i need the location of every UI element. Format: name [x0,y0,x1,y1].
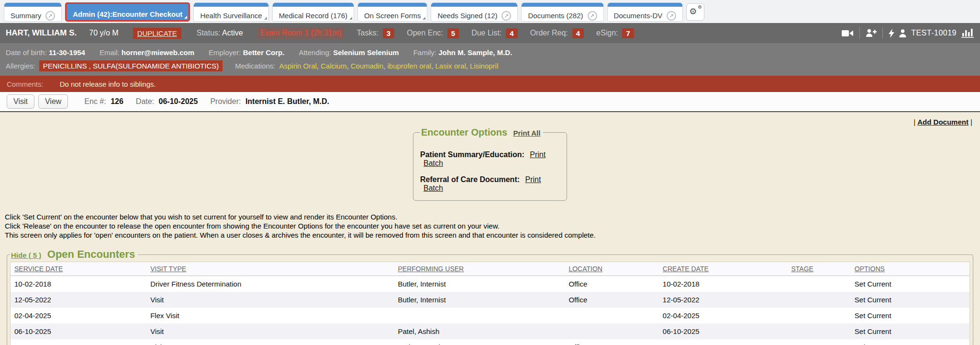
divider [859,27,860,39]
enc-date-label: Date: [136,97,154,105]
divider [882,27,883,39]
set-current-option[interactable]: Set Current [851,323,970,339]
patient-summary-print-link[interactable]: Print [530,150,546,159]
gear-icon: ⚙ [698,5,702,10]
provider-value: Internist E. Butler, M.D. [245,97,329,105]
tab-medical-record[interactable]: Medical Record (176) [272,2,354,22]
order-req-label: Order Req: [530,29,568,37]
set-current-option[interactable]: Set Current [851,276,970,292]
tab-bar: Summary ↗ Admin (42):Encounter Checkout … [0,0,980,23]
open-encounters-panel: Hide ( 5 ) Open Encounters SERVICE DATE … [7,248,973,345]
person-icon[interactable] [899,29,906,37]
family-label: Family: [413,48,436,57]
attending-value: Selenium Selenium [333,48,399,57]
order-req-count-badge[interactable]: 4 [572,28,584,38]
popout-icon[interactable]: ↗ [501,11,511,21]
due-list-counter: Due List: 4 [471,28,517,38]
pipe-separator: | [970,118,972,126]
service-date-cell: 12-05-2022 [11,292,147,308]
performing-user-cell: Butler, Internist [394,276,565,292]
esign-count-badge[interactable]: 7 [622,28,634,38]
col-visit-type[interactable]: VISIT TYPE [146,262,394,276]
referral-of-care-label: Referral of Care Document: [420,175,520,184]
instruction-line: Click 'Set Current' on the encounter bel… [5,212,980,221]
allergies-label: Allergies: [6,62,35,70]
lightning-icon[interactable] [889,29,894,38]
tab-documents-dv-label: Documents-DV [614,12,663,20]
visit-button[interactable]: Visit [7,94,34,109]
instruction-line: Click 'Release' on the encounter to rele… [5,221,980,230]
performing-user-cell: Butler, Internist [394,339,565,345]
chart-stats-icon[interactable] [961,28,974,38]
family-field: Family: John M. Sample, M.D. [413,48,512,57]
encounter-options-title: Encounter Options [421,127,507,138]
tab-documents-dv[interactable]: Documents-DV ↗ [607,2,683,22]
tab-on-screen-forms-label: On Screen Forms [364,12,421,20]
stage-cell [788,276,851,292]
referral-print-link[interactable]: Print [525,175,541,184]
tab-admin-encounter-checkout[interactable]: Admin (42):Encounter Checkout [65,2,190,22]
order-req-counter: Order Req: 4 [530,28,584,38]
medication-item: Aspirin Oral [279,62,321,70]
location-cell: Office [565,276,658,292]
open-enc-count-badge[interactable]: 5 [447,28,459,38]
set-current-option[interactable]: Set Current [851,292,970,308]
comments-label: Comments: [7,80,44,88]
tab-on-screen-forms[interactable]: On Screen Forms [357,2,427,22]
service-date-cell: 06-10-2025 [11,339,147,345]
col-create-date[interactable]: CREATE DATE [659,262,788,276]
medication-item: ibuprofen oral [387,62,435,70]
tab-health-surveillance[interactable]: Health Surveillance [193,2,268,22]
medication-item: Lisinopril [470,62,498,70]
video-call-icon[interactable] [842,29,854,37]
open-encounters-table: SERVICE DATE VISIT TYPE PERFORMING USER … [10,262,970,345]
patient-summary-education-row: Patient Summary/Education: Print Batch [420,150,560,168]
add-document-link[interactable]: Add Document [917,118,969,126]
medications-label: Medications: [235,62,275,70]
visit-type-cell: Visit [146,339,394,345]
popout-icon[interactable]: ↗ [45,11,55,21]
col-stage[interactable]: STAGE [788,262,851,276]
duplicate-badge[interactable]: DUPLICATE [133,28,181,39]
tab-summary-label: Summary [11,12,41,20]
tab-fold-icon [349,17,352,20]
tasks-counter: Tasks: 3 [357,28,395,38]
tab-needs-signed[interactable]: Needs Signed (12) ↗ [431,2,518,22]
attending-label: Attending: [299,48,331,57]
popout-icon[interactable]: ↗ [667,11,676,21]
popout-icon[interactable]: ↗ [588,11,597,21]
tab-documents[interactable]: Documents (282) ↗ [521,2,603,22]
due-list-count-badge[interactable]: 4 [506,28,517,38]
tasks-count-badge[interactable]: 3 [383,28,394,38]
location-cell: Office [565,339,658,345]
tab-summary[interactable]: Summary ↗ [4,2,62,22]
location-cell: Office [565,292,658,308]
referral-of-care-row: Referral of Care Document: Print Batch [420,175,560,193]
view-button[interactable]: View [38,94,68,109]
col-options[interactable]: OPTIONS [851,262,970,276]
encounter-row: 06-10-2025 Visit Butler, Internist Offic… [11,339,970,345]
enc-number-value: 126 [111,97,123,105]
col-location[interactable]: LOCATION [565,262,658,276]
col-performing-user[interactable]: PERFORMING USER [394,262,565,276]
open-encounters-title: Open Encounters [47,248,135,260]
performing-user-cell: Patel, Ashish [394,323,565,339]
visit-type-cell: Driver Fitness Determination [146,276,394,292]
enc-number-field: Enc #: 126 [84,97,123,106]
col-service-date[interactable]: SERVICE DATE [11,262,147,276]
release-option[interactable]: Release [851,339,970,345]
referral-batch-link[interactable]: Batch [423,184,443,192]
add-person-icon[interactable] [866,29,877,37]
tab-settings-button[interactable]: ⚙ ⚙ [686,3,704,21]
hide-link[interactable]: Hide ( 5 ) [11,251,41,259]
print-all-link[interactable]: Print All [513,129,540,137]
dob-field: Date of birth: 11-30-1954 [6,48,85,57]
patient-summary-batch-link[interactable]: Batch [423,159,443,167]
patient-summary-education-label: Patient Summary/Education: [420,150,524,159]
stage-cell [788,308,851,323]
set-current-option[interactable]: Set Current [851,308,970,323]
email-field: Email: horner@mieweb.com [100,48,194,57]
instructions-text: Click 'Set Current' on the encounter bel… [5,212,980,240]
medications-list: Aspirin Oral Calcium Coumadin ibuprofen … [279,62,499,70]
instruction-line: This screen only applies for 'open' enco… [5,230,980,240]
